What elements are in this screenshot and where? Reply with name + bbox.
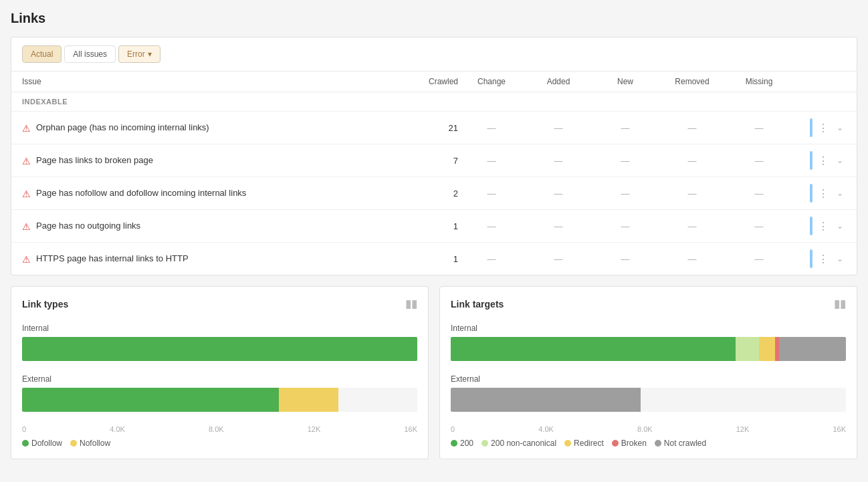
internal-bar xyxy=(22,337,417,361)
crawled-value: 7 xyxy=(391,156,458,166)
error-filter-dropdown[interactable]: Error ▾ xyxy=(118,45,160,63)
added-value: — xyxy=(525,123,592,133)
legend-label-notcrawled: Not crawled xyxy=(664,439,706,448)
col-crawled: Crawled xyxy=(391,77,458,86)
row-expand-button[interactable]: ⌄ xyxy=(834,122,846,134)
error-icon: ⚠ xyxy=(22,221,31,232)
row-expand-button[interactable]: ⌄ xyxy=(834,154,846,166)
new-value: — xyxy=(592,156,659,166)
crawled-value: 2 xyxy=(391,189,458,199)
crawled-value: 1 xyxy=(391,254,458,264)
link-targets-chart: Link targets ▮▮ Internal External 0 xyxy=(439,286,857,459)
x-tick: 8.0K xyxy=(209,425,224,433)
row-actions: ⋮ ⌄ xyxy=(792,184,846,203)
col-added: Added xyxy=(525,77,592,86)
seg-notcrawled xyxy=(779,337,846,361)
new-value: — xyxy=(592,123,659,133)
external-label: External xyxy=(451,374,846,384)
row-expand-button[interactable]: ⌄ xyxy=(834,220,846,232)
external-label: External xyxy=(22,374,417,384)
issue-text: Page has no outgoing links xyxy=(36,221,140,231)
charts-section: Link types ▮▮ Internal External 0 4.0K 8… xyxy=(11,286,857,459)
row-actions: ⋮ ⌄ xyxy=(792,151,846,170)
chart-title: Link targets ▮▮ xyxy=(451,297,846,310)
removed-value: — xyxy=(659,156,726,166)
issue-cell: ⚠ Orphan page (has no incoming internal … xyxy=(22,122,391,134)
legend-dot-nofollow xyxy=(70,440,77,447)
change-value: — xyxy=(458,189,525,199)
legend-dot-notcrawled xyxy=(655,440,661,447)
change-value: — xyxy=(458,254,525,264)
removed-value: — xyxy=(659,123,726,133)
change-value: — xyxy=(458,156,525,166)
removed-value: — xyxy=(659,189,726,199)
mini-bar xyxy=(810,249,812,268)
indexable-section-label: INDEXABLE xyxy=(11,92,857,112)
legend-label-dofollow: Dofollow xyxy=(31,439,62,448)
new-value: — xyxy=(592,254,659,264)
legend-label-200nc: 200 non-canonical xyxy=(491,439,556,448)
row-actions: ⋮ ⌄ xyxy=(792,249,846,268)
row-expand-button[interactable]: ⌄ xyxy=(834,253,846,265)
added-value: — xyxy=(525,156,592,166)
chart-icon: ▮▮ xyxy=(405,297,417,310)
legend-item-dofollow: Dofollow xyxy=(22,439,62,448)
issue-cell: ⚠ Page has links to broken page xyxy=(22,155,391,166)
internal-label: Internal xyxy=(22,324,417,333)
error-icon: ⚠ xyxy=(22,156,31,166)
error-icon: ⚠ xyxy=(22,123,31,134)
nofollow-segment xyxy=(279,388,338,412)
missing-value: — xyxy=(726,156,792,166)
row-menu-button[interactable]: ⋮ xyxy=(815,153,831,168)
legend-label-nofollow: Nofollow xyxy=(80,439,110,448)
issue-text: HTTPS page has internal links to HTTP xyxy=(36,253,189,263)
col-change: Change xyxy=(458,77,525,86)
actual-filter-button[interactable]: Actual xyxy=(22,45,62,63)
seg-200 xyxy=(451,337,736,361)
row-expand-button[interactable]: ⌄ xyxy=(834,187,846,199)
seg-200nc xyxy=(736,337,759,361)
x-tick: 16K xyxy=(404,425,417,433)
change-value: — xyxy=(458,221,525,231)
row-menu-button[interactable]: ⋮ xyxy=(815,120,831,136)
x-tick: 0 xyxy=(451,425,455,433)
legend-label-broken: Broken xyxy=(621,439,647,448)
missing-value: — xyxy=(726,254,792,264)
legend: Dofollow Nofollow xyxy=(22,439,417,448)
page-title: Links xyxy=(11,11,857,26)
issue-cell: ⚠ Page has nofollow and dofollow incomin… xyxy=(22,188,391,199)
row-menu-button[interactable]: ⋮ xyxy=(815,251,831,267)
table-row: ⚠ HTTPS page has internal links to HTTP … xyxy=(11,243,857,275)
row-menu-button[interactable]: ⋮ xyxy=(815,186,831,201)
col-removed: Removed xyxy=(659,77,726,86)
internal-label: Internal xyxy=(451,324,846,333)
legend-item-notcrawled: Not crawled xyxy=(655,439,706,448)
issue-cell: ⚠ Page has no outgoing links xyxy=(22,221,391,232)
x-tick: 4.0K xyxy=(110,425,125,433)
table-row: ⚠ Page has no outgoing links 1 — — — — —… xyxy=(11,210,857,243)
x-axis: 0 4.0K 8.0K 12K 16K xyxy=(451,425,846,433)
crawled-value: 21 xyxy=(391,123,458,133)
issues-table-section: Actual All issues Error ▾ Issue Crawled … xyxy=(11,37,857,275)
mini-bar xyxy=(810,118,812,137)
filter-bar: Actual All issues Error ▾ xyxy=(11,37,857,72)
error-icon: ⚠ xyxy=(22,254,31,265)
all-issues-filter-button[interactable]: All issues xyxy=(64,45,116,63)
legend-label-redirect: Redirect xyxy=(574,439,604,448)
row-menu-button[interactable]: ⋮ xyxy=(815,219,831,234)
dofollow-segment xyxy=(22,337,417,361)
issue-text: Page has nofollow and dofollow incoming … xyxy=(36,188,246,198)
error-icon: ⚠ xyxy=(22,189,31,199)
x-tick: 8.0K xyxy=(637,425,653,433)
removed-value: — xyxy=(659,254,726,264)
legend-dot-broken xyxy=(612,440,619,447)
col-missing: Missing xyxy=(726,77,792,86)
legend-item-nofollow: Nofollow xyxy=(70,439,110,448)
legend-item-redirect: Redirect xyxy=(564,439,604,448)
missing-value: — xyxy=(726,221,792,231)
row-actions: ⋮ ⌄ xyxy=(792,118,846,137)
change-value: — xyxy=(458,123,525,133)
x-axis: 0 4.0K 8.0K 12K 16K xyxy=(22,425,417,433)
col-new: New xyxy=(592,77,659,86)
chart-icon: ▮▮ xyxy=(834,297,846,310)
